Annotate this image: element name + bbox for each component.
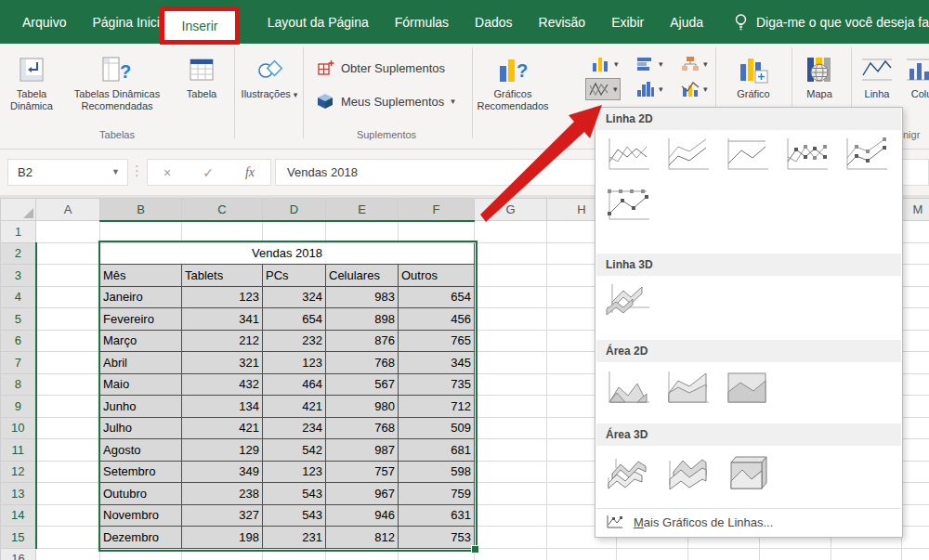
table-value-cell[interactable]: 765	[399, 330, 475, 352]
cell[interactable]	[399, 221, 475, 243]
table-month-cell[interactable]: Setembro	[100, 461, 182, 483]
table-value-cell[interactable]: 456	[399, 308, 475, 331]
table-value-cell[interactable]: 321	[182, 352, 263, 374]
table-value-cell[interactable]: 542	[263, 439, 326, 462]
row-header-7[interactable]: 7	[1, 352, 36, 374]
table-value-cell[interactable]: 768	[326, 417, 399, 439]
row-header-14[interactable]: 14	[1, 504, 36, 527]
stacked100-area-3d-chart-item[interactable]	[722, 450, 772, 493]
row-header-2[interactable]: 2	[1, 242, 36, 265]
tab-dados[interactable]: Dados	[462, 15, 525, 30]
table-value-cell[interactable]: 759	[399, 483, 475, 505]
tab-formulas[interactable]: Fórmulas	[382, 15, 462, 30]
cell[interactable]	[36, 417, 100, 439]
cell[interactable]	[36, 527, 100, 549]
tab-exibir[interactable]: Exibir	[598, 15, 657, 30]
cell[interactable]	[760, 548, 831, 560]
table-value-cell[interactable]: 631	[399, 504, 475, 527]
table-month-cell[interactable]: Março	[100, 330, 182, 352]
row-header-13[interactable]: 13	[1, 483, 36, 505]
illustrations-button[interactable]: Ilustrações ▾	[240, 51, 299, 100]
table-value-cell[interactable]: 598	[399, 461, 475, 483]
cell[interactable]	[475, 265, 547, 287]
stacked-area-chart-item[interactable]	[662, 367, 713, 410]
stacked100-line-markers-chart-item[interactable]	[603, 184, 653, 227]
row-header-16[interactable]: 16	[1, 548, 36, 560]
column-header-M[interactable]: M	[902, 199, 929, 221]
table-value-cell[interactable]: 421	[182, 417, 263, 439]
table-value-cell[interactable]: 345	[399, 352, 475, 374]
column-header-D[interactable]: D	[263, 199, 326, 221]
cell[interactable]	[475, 330, 547, 352]
line-markers-chart-item[interactable]	[781, 134, 831, 176]
cell[interactable]	[902, 242, 929, 265]
bar-chart-button[interactable]: ▾	[633, 53, 666, 75]
row-header-5[interactable]: 5	[1, 308, 36, 331]
column-header-F[interactable]: F	[399, 199, 475, 221]
table-header-cell[interactable]: Outros	[399, 265, 475, 287]
cell[interactable]	[36, 396, 100, 418]
table-month-cell[interactable]: Abril	[100, 352, 182, 374]
table-value-cell[interactable]: 654	[399, 286, 475, 308]
table-value-cell[interactable]: 946	[326, 504, 399, 527]
insert-function-button[interactable]: fx	[245, 165, 255, 180]
table-value-cell[interactable]: 198	[182, 527, 263, 549]
stacked-line-chart-item[interactable]	[662, 134, 713, 176]
table-month-cell[interactable]: Agosto	[100, 439, 182, 462]
table-value-cell[interactable]: 768	[326, 352, 399, 374]
recommended-charts-button[interactable]: ? Gráficos Recomendados	[476, 51, 550, 112]
table-value-cell[interactable]: 983	[326, 286, 399, 308]
row-header-11[interactable]: 11	[1, 439, 36, 462]
table-value-cell[interactable]: 464	[263, 373, 326, 396]
cell[interactable]	[902, 352, 929, 374]
combo-chart-button[interactable]: ▾	[677, 78, 711, 100]
my-addins-button[interactable]: Meus Suplementos ▾	[316, 92, 455, 111]
column-header-A[interactable]: A	[36, 199, 100, 221]
cell[interactable]	[475, 373, 547, 396]
cell[interactable]	[902, 548, 929, 560]
cell[interactable]	[547, 548, 617, 560]
cell[interactable]	[831, 548, 902, 560]
column-header-B[interactable]: B	[100, 199, 182, 221]
cell[interactable]	[36, 504, 100, 527]
tab-ajuda[interactable]: Ajuda	[657, 15, 716, 30]
table-header-cell[interactable]: Mês	[100, 265, 182, 287]
name-box-caret-icon[interactable]: ▼	[111, 160, 120, 185]
hierarchy-chart-button[interactable]: ▾	[677, 53, 711, 75]
table-value-cell[interactable]: 238	[182, 483, 263, 505]
stacked100-area-chart-item[interactable]	[722, 367, 772, 410]
cell[interactable]	[475, 461, 547, 483]
cell[interactable]	[100, 221, 182, 243]
get-addins-button[interactable]: Obter Suplementos	[316, 59, 445, 77]
cell[interactable]	[263, 221, 326, 243]
cell[interactable]	[36, 265, 100, 287]
cell[interactable]	[902, 373, 929, 396]
cell[interactable]	[902, 527, 929, 549]
column-chart-button[interactable]: ▾	[588, 53, 622, 75]
cell[interactable]	[475, 221, 547, 243]
table-header-cell[interactable]: Tablets	[182, 265, 263, 287]
cell[interactable]	[36, 352, 100, 374]
column-header-G[interactable]: G	[475, 199, 547, 221]
name-box[interactable]: B2 ▼	[7, 159, 128, 186]
cell[interactable]	[36, 439, 100, 462]
table-month-cell[interactable]: Outubro	[100, 483, 182, 505]
area-3d-chart-item[interactable]	[603, 450, 653, 493]
stacked-area-3d-chart-item[interactable]	[662, 450, 713, 493]
cell[interactable]	[36, 330, 100, 352]
tab-layout-da-pagina[interactable]: Layout da Página	[255, 15, 382, 30]
cell[interactable]	[399, 548, 475, 560]
cell[interactable]	[902, 221, 929, 243]
cell[interactable]	[475, 352, 547, 374]
cell[interactable]	[902, 504, 929, 527]
table-value-cell[interactable]: 327	[182, 504, 263, 527]
tell-me-box[interactable]: Diga-me o que você deseja fa	[733, 13, 929, 32]
table-value-cell[interactable]: 712	[399, 396, 475, 418]
cancel-button[interactable]: ×	[164, 165, 171, 180]
cell[interactable]	[902, 396, 929, 418]
tab-inserir-active[interactable]: Inserir	[160, 7, 240, 45]
tab-arquivo[interactable]: Arquivo	[9, 15, 79, 30]
pivot-table-button[interactable]: Tabela Dinâmica	[6, 51, 58, 112]
cell[interactable]	[36, 308, 100, 331]
row-header-1[interactable]: 1	[1, 221, 36, 243]
